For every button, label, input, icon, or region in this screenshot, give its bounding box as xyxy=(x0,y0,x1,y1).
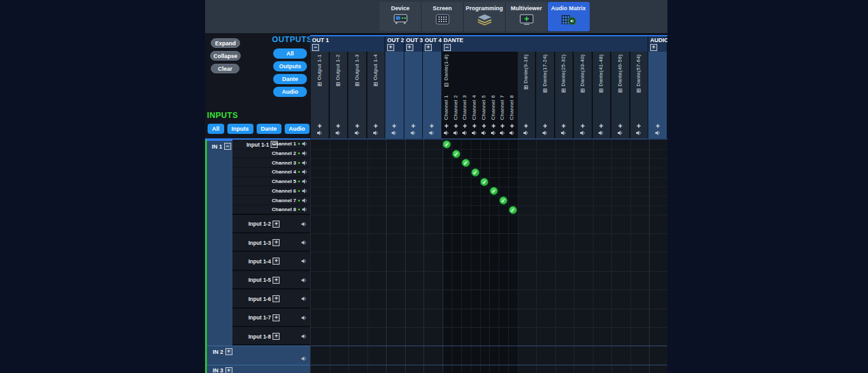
column-gain-icon[interactable] xyxy=(524,124,529,128)
row-speaker-icon[interactable] xyxy=(302,141,308,147)
column-speaker-icon[interactable] xyxy=(462,130,468,136)
input-filter-inputs[interactable]: Inputs xyxy=(227,124,253,134)
connection-check[interactable]: ✓ xyxy=(471,168,480,177)
collapse-button[interactable]: Collapse xyxy=(210,51,241,61)
row-speaker-icon[interactable] xyxy=(302,150,308,156)
column-gain-icon[interactable] xyxy=(473,124,477,128)
column-gain-icon[interactable] xyxy=(618,124,622,128)
column-speaker-icon[interactable] xyxy=(500,130,506,136)
column-gain-icon[interactable] xyxy=(411,124,415,128)
tab-audio-matrix[interactable]: Audio Matrix xyxy=(548,2,590,31)
output-filter-dante[interactable]: Dante xyxy=(273,74,307,84)
matrix-grid[interactable]: ✓✓✓✓✓✓✓✓ xyxy=(310,138,667,373)
expand-row-icon[interactable]: + xyxy=(273,333,280,340)
collapse-column-icon[interactable]: − xyxy=(444,44,451,51)
column-gain-icon[interactable] xyxy=(481,124,486,128)
column-speaker-icon[interactable] xyxy=(392,130,397,136)
column-gain-icon[interactable] xyxy=(637,124,641,128)
row-speaker-icon[interactable] xyxy=(301,356,307,362)
tab-screen[interactable]: Screen xyxy=(422,2,464,31)
expand-column-icon[interactable]: ⊞ xyxy=(580,87,585,94)
expand-column-icon[interactable]: + xyxy=(425,44,432,51)
expand-row-icon[interactable]: + xyxy=(273,239,280,246)
clear-button[interactable]: Clear xyxy=(211,64,239,73)
collapse-row-icon[interactable]: − xyxy=(224,143,231,150)
column-speaker-icon[interactable] xyxy=(354,130,360,136)
row-speaker-icon[interactable] xyxy=(301,221,307,227)
collapse-column-icon[interactable]: ⊟ xyxy=(444,82,449,88)
expand-column-icon[interactable]: ⊞ xyxy=(599,87,604,94)
tab-programming[interactable]: Programming xyxy=(464,2,506,31)
row-speaker-icon[interactable] xyxy=(302,169,308,175)
column-speaker-icon[interactable] xyxy=(429,130,435,136)
row-speaker-icon[interactable] xyxy=(301,277,307,283)
column-speaker-icon[interactable] xyxy=(617,130,623,136)
expand-column-icon[interactable]: ⊞ xyxy=(373,81,378,87)
column-gain-icon[interactable] xyxy=(562,124,566,128)
column-speaker-icon[interactable] xyxy=(655,130,660,136)
expand-row-icon[interactable]: + xyxy=(273,277,280,284)
expand-row-icon[interactable]: + xyxy=(225,348,232,355)
column-gain-icon[interactable] xyxy=(453,124,458,128)
column-gain-icon[interactable] xyxy=(355,124,359,128)
column-gain-icon[interactable] xyxy=(392,124,397,128)
expand-row-icon[interactable]: + xyxy=(225,367,232,373)
column-speaker-icon[interactable] xyxy=(542,130,548,136)
column-speaker-icon[interactable] xyxy=(453,130,459,136)
column-speaker-icon[interactable] xyxy=(523,130,529,136)
column-speaker-icon[interactable] xyxy=(410,130,416,136)
column-gain-icon[interactable] xyxy=(444,124,448,128)
expand-column-icon[interactable]: ⊞ xyxy=(618,87,623,94)
row-speaker-icon[interactable] xyxy=(302,198,308,203)
column-speaker-icon[interactable] xyxy=(599,130,604,136)
expand-row-icon[interactable]: + xyxy=(273,221,280,228)
column-gain-icon[interactable] xyxy=(317,124,322,128)
row-speaker-icon[interactable] xyxy=(302,207,308,212)
column-gain-icon[interactable] xyxy=(336,124,341,128)
column-speaker-icon[interactable] xyxy=(472,130,478,136)
column-gain-icon[interactable] xyxy=(510,124,515,128)
row-speaker-icon[interactable] xyxy=(301,333,307,339)
column-gain-icon[interactable] xyxy=(580,124,585,128)
expand-column-icon[interactable]: ⊞ xyxy=(561,87,566,94)
column-speaker-icon[interactable] xyxy=(336,130,341,136)
connection-check[interactable]: ✓ xyxy=(452,150,460,158)
column-speaker-icon[interactable] xyxy=(481,130,487,136)
expand-column-icon[interactable]: ⊞ xyxy=(317,81,322,87)
expand-column-icon[interactable]: ⊞ xyxy=(523,84,529,91)
column-gain-icon[interactable] xyxy=(463,124,467,128)
input-filter-audio[interactable]: Audio xyxy=(285,124,310,134)
output-filter-audio[interactable]: Audio xyxy=(273,87,307,97)
column-gain-icon[interactable] xyxy=(599,124,604,128)
column-speaker-icon[interactable] xyxy=(490,130,496,136)
expand-column-icon[interactable]: + xyxy=(406,44,413,51)
expand-column-icon[interactable]: + xyxy=(650,44,657,51)
collapse-column-icon[interactable]: − xyxy=(312,44,319,51)
input-filter-dante[interactable]: Dante xyxy=(257,124,281,134)
expand-column-icon[interactable]: + xyxy=(387,44,394,51)
column-speaker-icon[interactable] xyxy=(580,130,585,136)
expand-column-icon[interactable]: ⊞ xyxy=(355,81,360,87)
expand-row-icon[interactable]: + xyxy=(273,295,280,302)
column-gain-icon[interactable] xyxy=(374,124,378,128)
expand-column-icon[interactable]: ⊞ xyxy=(543,87,548,94)
output-filter-outputs[interactable]: Outputs xyxy=(273,61,307,71)
expand-column-icon[interactable]: ⊞ xyxy=(636,87,641,94)
row-speaker-icon[interactable] xyxy=(301,258,307,264)
row-speaker-icon[interactable] xyxy=(301,240,307,245)
column-speaker-icon[interactable] xyxy=(561,130,567,136)
connection-check[interactable]: ✓ xyxy=(509,206,517,214)
row-speaker-icon[interactable] xyxy=(301,315,307,321)
tab-multiviewer[interactable]: Multiviewer xyxy=(506,2,548,31)
connection-check[interactable]: ✓ xyxy=(480,178,488,186)
output-filter-all[interactable]: All xyxy=(273,48,307,59)
input-filter-all[interactable]: All xyxy=(208,124,224,134)
expand-row-icon[interactable]: + xyxy=(273,258,280,265)
column-speaker-icon[interactable] xyxy=(636,130,642,136)
row-speaker-icon[interactable] xyxy=(301,296,307,302)
column-speaker-icon[interactable] xyxy=(443,130,449,136)
expand-button[interactable]: Expand xyxy=(211,38,240,48)
row-speaker-icon[interactable] xyxy=(302,188,308,194)
column-gain-icon[interactable] xyxy=(655,124,660,128)
column-gain-icon[interactable] xyxy=(430,124,434,128)
